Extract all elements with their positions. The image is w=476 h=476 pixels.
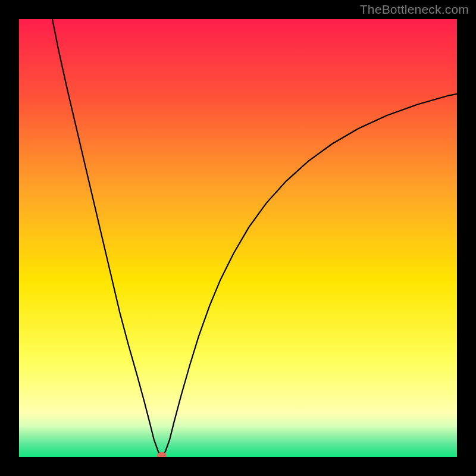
frame-right xyxy=(457,0,476,476)
frame-bottom xyxy=(0,457,476,476)
frame-left xyxy=(0,0,19,476)
chart-svg xyxy=(19,19,457,457)
optimal-point-marker xyxy=(157,452,167,459)
chart-plot-area xyxy=(19,19,457,457)
watermark: TheBottleneck.com xyxy=(360,2,469,17)
gradient-background xyxy=(19,19,457,457)
